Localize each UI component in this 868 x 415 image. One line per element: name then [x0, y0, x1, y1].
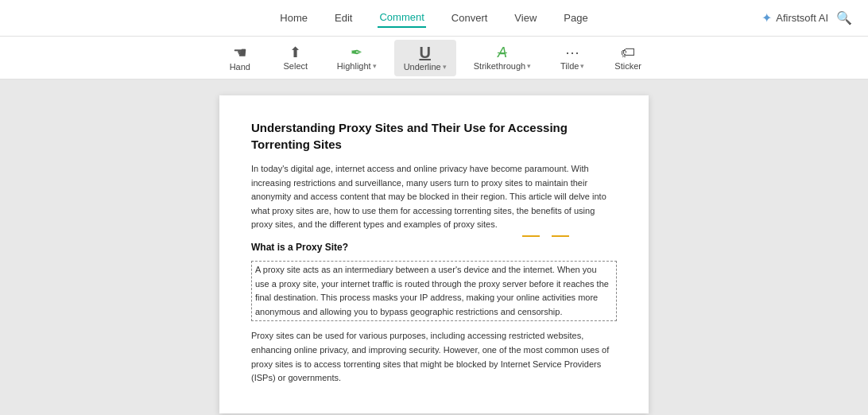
doc-title: Understanding Proxy Sites and Their Use …: [251, 119, 617, 153]
toolbar: ☚ Hand ⬆ Select ✒ Highlight ▾ U Underlin…: [0, 37, 868, 80]
sticker-icon: 🏷: [621, 45, 635, 60]
main-area: Understanding Proxy Sites and Their Use …: [0, 80, 868, 415]
underline-dropdown-icon: ▾: [443, 63, 447, 71]
menu-items: Home Edit Comment Convert View Page: [278, 8, 589, 28]
menu-right: ✦ Afirstsoft AI 🔍: [761, 10, 852, 25]
highlight-dropdown-icon: ▾: [373, 62, 377, 70]
tilde-label: Tilde: [560, 61, 579, 71]
tilde-icon: ⋯: [565, 45, 579, 60]
menu-home[interactable]: Home: [278, 9, 309, 27]
underline-icon: U: [419, 45, 430, 60]
deco-line-1: [522, 235, 540, 237]
strikethrough-icon: A: [498, 45, 507, 60]
underline-label: Underline: [404, 62, 441, 72]
deco-line-2: [552, 235, 569, 237]
sticker-label: Sticker: [614, 61, 641, 71]
hand-icon: ☚: [233, 45, 247, 60]
strikethrough-label: Strikethrough: [474, 61, 525, 71]
tilde-dropdown-icon: ▾: [580, 62, 584, 70]
ai-label: Afirstsoft AI: [776, 12, 828, 24]
tool-highlight[interactable]: ✒ Highlight ▾: [327, 40, 386, 76]
highlight-label-row: Highlight ▾: [337, 61, 377, 71]
menu-convert[interactable]: Convert: [450, 9, 490, 27]
tool-tilde[interactable]: ⋯ Tilde ▾: [548, 40, 596, 76]
highlight-label: Highlight: [337, 61, 371, 71]
menu-comment[interactable]: Comment: [378, 8, 425, 28]
select-icon: ⬆: [289, 45, 301, 60]
tool-select[interactable]: ⬆ Select: [272, 40, 320, 76]
menu-view[interactable]: View: [513, 9, 538, 27]
tool-strikethrough[interactable]: A Strikethrough ▾: [464, 40, 541, 76]
tool-hand[interactable]: ☚ Hand: [216, 40, 264, 76]
menu-bar: Home Edit Comment Convert View Page ✦ Af…: [0, 0, 868, 37]
underline-label-row: Underline ▾: [404, 62, 447, 72]
tilde-label-row: Tilde ▾: [560, 61, 584, 71]
tool-sticker[interactable]: 🏷 Sticker: [604, 40, 652, 76]
doc-intro: In today's digital age, internet access …: [251, 162, 617, 232]
doc-container: Understanding Proxy Sites and Their Use …: [0, 80, 868, 415]
ai-badge[interactable]: ✦ Afirstsoft AI: [761, 10, 828, 25]
doc-para2: Proxy sites can be used for various purp…: [251, 329, 617, 385]
doc-page: Understanding Proxy Sites and Their Use …: [219, 95, 649, 413]
menu-page[interactable]: Page: [562, 9, 589, 27]
hand-label: Hand: [230, 62, 250, 72]
ai-star-icon: ✦: [761, 10, 772, 25]
search-icon[interactable]: 🔍: [836, 10, 852, 25]
tool-underline[interactable]: U Underline ▾: [394, 40, 456, 76]
line-decoration: [251, 235, 617, 237]
section1-heading: What is a Proxy Site?: [251, 240, 617, 254]
select-label: Select: [284, 61, 308, 71]
underlined-block: A proxy site acts as an intermediary bet…: [251, 261, 617, 321]
strikethrough-label-row: Strikethrough ▾: [474, 61, 531, 71]
highlight-icon: ✒: [351, 45, 362, 60]
menu-edit[interactable]: Edit: [333, 9, 354, 27]
strikethrough-dropdown-icon: ▾: [527, 62, 531, 70]
